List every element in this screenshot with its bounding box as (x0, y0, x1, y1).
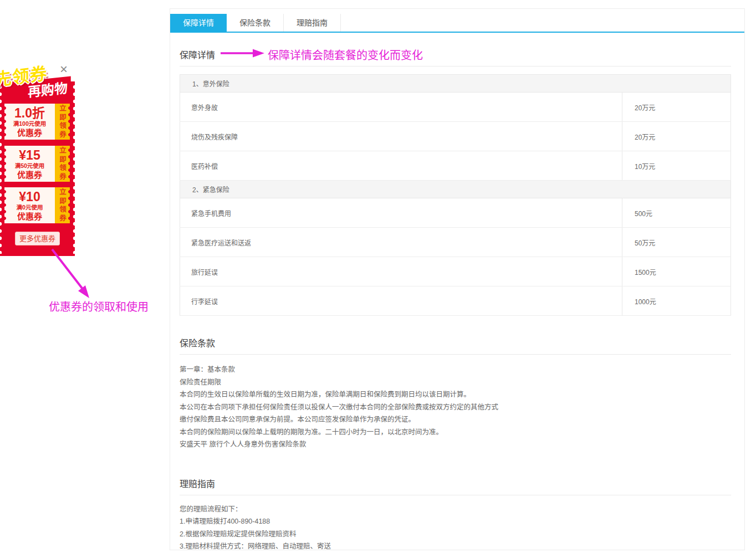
coupon-info: 1.0折 满100元使用 优惠券 (4, 104, 55, 140)
claims-line: 2.根据保险理赔规定提供保险理赔资料 (180, 528, 731, 541)
coverage-item-value: 20万元 (622, 93, 731, 122)
coverage-row: 旅行延误 1500元 (180, 257, 731, 286)
coverage-item-name: 意外身故 (180, 93, 622, 122)
terms-line: 本合同的保险期间以保险单上载明的期限为准。二十四小时为一日，以北京时间为准。 (180, 426, 731, 439)
coverage-item-value: 1000元 (622, 286, 731, 316)
claims-line: 1.申请理赔拨打400-890-4188 (180, 515, 731, 528)
tab-content: 保障详情 1、意外保险 意外身故 20万元 烧伤及残疾保障 20万元 医药补偿 … (170, 48, 744, 553)
annotation-arrow-right-icon (221, 47, 266, 59)
annotation-arrow-diagonal-icon (45, 247, 101, 303)
coverage-item-name: 烧伤及残疾保障 (180, 122, 622, 151)
claim-coupon-button[interactable]: 立即领券 (55, 187, 70, 223)
tab-bar: 保障详情 保险条款 理赔指南 (170, 9, 744, 33)
coupon-amount: ¥15 (19, 149, 40, 162)
terms-text: 第一章：基本条款 保险责任期限 本合同的生效日以保险单所载的生效日期为准，保险单… (180, 363, 731, 451)
coverage-item-name: 紧急手机费用 (180, 198, 622, 228)
coverage-row: 医药补偿 10万元 (180, 151, 731, 181)
claim-coupon-button[interactable]: 立即领券 (55, 146, 70, 182)
coverage-item-value: 10万元 (622, 151, 731, 181)
claim-coupon-button[interactable]: 立即领券 (55, 104, 70, 140)
coupon-condition: 满50元使用 (15, 162, 45, 170)
coverage-item-name: 医药补偿 (180, 151, 622, 181)
coverage-row: 烧伤及残疾保障 20万元 (180, 122, 731, 151)
tab-claims-guide[interactable]: 理赔指南 (284, 14, 341, 32)
coverage-item-value: 500元 (622, 198, 731, 228)
terms-line: 本公司在本合同项下承担任何保险责任须以投保人一次缴付本合同的全部保险费或按双方约… (180, 401, 731, 414)
coverage-row: 紧急医疗运送和送返 50万元 (180, 228, 731, 257)
coupon-condition: 满100元使用 (13, 120, 47, 127)
terms-section-title: 保险条款 (180, 339, 215, 348)
coupon-label: 优惠券 (17, 170, 42, 180)
terms-line: 第一章：基本条款 (180, 363, 731, 376)
coverage-row: 紧急手机费用 500元 (180, 198, 731, 228)
coupon-amount: ¥10 (19, 190, 40, 203)
coupon-label: 优惠券 (17, 128, 42, 137)
coupon-label: 优惠券 (17, 212, 42, 221)
tab-insurance-terms[interactable]: 保险条款 (227, 14, 284, 32)
claim-coupon-label: 立即领券 (57, 188, 68, 223)
claims-line: 您的理赔流程如下： (180, 503, 731, 516)
coverage-annotation-note: 保障详情会随套餐的变化而变化 (268, 47, 423, 63)
coverage-item-name: 旅行延误 (180, 257, 622, 286)
terms-line: 本合同的生效日以保险单所载的生效日期为准，保险单满期日和保险费到期日均以该日期计… (180, 388, 731, 401)
coupon-info: ¥15 满50元使用 优惠券 (4, 146, 55, 182)
claims-text: 您的理赔流程如下： 1.申请理赔拨打400-890-4188 2.根据保险理赔规… (180, 503, 731, 553)
coverage-group-title: 2、紧急保险 (180, 181, 731, 198)
coverage-item-name: 紧急医疗运送和送返 (180, 228, 622, 257)
coupon-annotation-note: 优惠券的领取和使用 (49, 298, 149, 314)
coverage-section-title: 保障详情 (180, 50, 215, 60)
coupon-card[interactable]: 1.0折 满100元使用 优惠券 立即领券 (4, 104, 70, 140)
coupon-info: ¥10 满0元使用 优惠券 (4, 187, 55, 223)
coverage-row: 行李延误 1000元 (180, 286, 731, 316)
coupon-amount: 1.0折 (14, 106, 45, 120)
coverage-group-title: 1、意外保险 (180, 75, 731, 93)
coupon-condition: 满0元使用 (17, 204, 43, 211)
claim-coupon-label: 立即领券 (57, 105, 68, 139)
coupon-widget: 1.0折 满100元使用 优惠券 立即领券 ¥15 满50元使用 优惠券 立即领… (0, 81, 75, 256)
coverage-item-value: 1500元 (622, 257, 731, 286)
coverage-row: 意外身故 20万元 (180, 93, 731, 122)
coupon-card[interactable]: ¥15 满50元使用 优惠券 立即领券 (4, 146, 70, 182)
product-detail-panel: 保障详情 保险条款 理赔指南 保障详情 1、意外保险 意外身故 20万元 烧伤及… (170, 8, 745, 550)
coupon-card[interactable]: ¥10 满0元使用 优惠券 立即领券 (4, 187, 70, 223)
more-coupons-button[interactable]: 更多优惠券 (15, 232, 60, 245)
claims-line: 3.理赔材料提供方式：网络理赔、自动理赔、寄送 (180, 540, 731, 553)
terms-line: 保险责任期限 (180, 376, 731, 389)
coverage-group-header: 2、紧急保险 (180, 181, 731, 198)
close-icon[interactable]: × (57, 62, 71, 76)
coverage-item-value: 20万元 (622, 122, 731, 151)
tab-coverage-details[interactable]: 保障详情 (170, 14, 227, 32)
coverage-item-name: 行李延误 (180, 286, 622, 316)
terms-line: 安盛天平 旅行个人人身意外伤害保险条款 (180, 438, 731, 451)
terms-line: 缴付保险费且本公司同意承保为前提。本公司应签发保险单作为承保的凭证。 (180, 413, 731, 426)
coverage-table: 1、意外保险 意外身故 20万元 烧伤及残疾保障 20万元 医药补偿 10万元 … (180, 74, 731, 316)
claims-section-title: 理赔指南 (180, 479, 215, 489)
claims-section-header: 理赔指南 (180, 477, 731, 495)
coverage-item-value: 50万元 (622, 228, 731, 257)
claim-coupon-label: 立即领券 (57, 147, 68, 181)
terms-section-header: 保险条款 (180, 336, 731, 355)
coverage-group-header: 1、意外保险 (180, 75, 731, 93)
